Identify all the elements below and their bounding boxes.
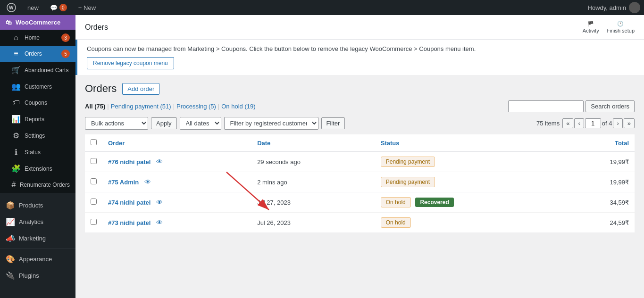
woocommerce-header[interactable]: 🛍 WooCommerce — [0, 15, 75, 30]
status-header: Status — [375, 134, 566, 152]
orders-icon: ≡ — [11, 50, 21, 58]
sidebar-item-extensions[interactable]: 🧩 Extensions — [0, 160, 75, 177]
order-eye-icon-1[interactable]: 👁 — [144, 178, 151, 186]
order-link-2[interactable]: #74 nidhi patel — [108, 199, 151, 206]
sidebar-item-plugins[interactable]: 🔌 Plugins — [0, 267, 75, 284]
next-page-button[interactable]: › — [613, 118, 622, 128]
site-name[interactable]: new — [25, 0, 42, 15]
sidebar-divider-2 — [0, 248, 75, 249]
items-count: 75 items — [536, 120, 560, 127]
order-eye-icon-2[interactable]: 👁 — [156, 199, 163, 206]
order-link-1[interactable]: #75 Admin — [108, 179, 139, 186]
order-eye-icon-0[interactable]: 👁 — [156, 158, 163, 166]
date-cell: 29 seconds ago — [251, 152, 375, 172]
date-cell: 2 mins ago — [251, 172, 375, 192]
order-eye-icon-3[interactable]: 👁 — [156, 219, 163, 226]
of-label: of 4 — [602, 120, 612, 127]
howdy-section: Howdy, admin — [588, 2, 640, 13]
activity-button[interactable]: 🏴 Activity — [583, 21, 599, 33]
filter-onhold[interactable]: On hold (19) — [221, 103, 255, 110]
customer-filter-select[interactable]: Filter by registered customer — [224, 117, 318, 130]
total-header[interactable]: Total — [566, 134, 635, 152]
current-page-input[interactable] — [585, 118, 601, 128]
finish-setup-button[interactable]: 🕐 Finish setup — [607, 21, 635, 33]
filter-processing[interactable]: Processing (5) — [176, 103, 216, 110]
row-checkbox-3[interactable] — [91, 219, 97, 225]
search-orders-input[interactable] — [508, 100, 584, 112]
table-row: #74 nidhi patel 👁 Jul 27, 2023 On hold R… — [85, 192, 635, 213]
woo-submenu: ⌂ Home 3 ≡ Orders 5 🛒 Abandoned Carts 👥 … — [0, 30, 75, 193]
sidebar-divider-1 — [0, 195, 75, 195]
filter-links: All (75) | Pending payment (51) | Proces… — [85, 100, 635, 112]
row-checkbox-1[interactable] — [91, 178, 97, 184]
cart-icon: 🛒 — [11, 66, 21, 74]
products-icon: 📦 — [6, 201, 15, 210]
prev-page-button[interactable]: ‹ — [574, 118, 584, 128]
admin-bar: W new 💬 0 + New Howdy, admin — [0, 0, 644, 15]
row-checkbox-0[interactable] — [91, 158, 97, 164]
orders-table: Order Date Status Total — [85, 134, 635, 233]
extensions-icon: 🧩 — [11, 164, 21, 173]
wp-logo-button[interactable]: W — [4, 0, 19, 15]
status-badge-0: Pending payment — [381, 157, 435, 167]
order-cell: #73 nidhi patel 👁 — [102, 213, 251, 233]
marketing-icon: 📣 — [6, 234, 15, 243]
order-link-0[interactable]: #76 nidhi patel — [108, 158, 151, 166]
plugins-icon: 🔌 — [6, 271, 15, 280]
coupons-icon: 🏷 — [11, 99, 21, 107]
remove-legacy-coupon-button[interactable]: Remove legacy coupon menu — [87, 57, 174, 69]
header-actions: 🏴 Activity 🕐 Finish setup — [583, 21, 635, 33]
sidebar-item-renumerate[interactable]: # Renumerate Orders — [0, 177, 75, 193]
total-cell-1: 19,99₹ — [566, 172, 635, 192]
sidebar-item-status[interactable]: ℹ Status — [0, 144, 75, 160]
date-cell: Jul 27, 2023 — [251, 192, 375, 213]
status-badge-3: On hold — [381, 217, 411, 228]
table-row: #76 nidhi patel 👁 29 seconds ago Pending… — [85, 152, 635, 172]
orders-table-wrapper: Order Date Status Total — [85, 134, 635, 233]
sidebar-item-marketing[interactable]: 📣 Marketing — [0, 230, 75, 247]
new-button[interactable]: + New — [75, 0, 99, 15]
bulk-actions-select[interactable]: Bulk actions Mark processing Mark on-hol… — [85, 117, 148, 130]
sidebar-item-home[interactable]: ⌂ Home 3 — [0, 30, 75, 46]
filter-all[interactable]: All (75) — [85, 103, 105, 110]
toolbar: Bulk actions Mark processing Mark on-hol… — [85, 117, 635, 130]
last-page-button[interactable]: » — [624, 118, 635, 128]
select-all-header — [85, 134, 102, 152]
svg-text:W: W — [9, 5, 14, 10]
sidebar-item-customers[interactable]: 👥 Customers — [0, 78, 75, 95]
orders-title-row: Orders Add order — [85, 83, 635, 95]
sidebar-item-reports[interactable]: 📊 Reports — [0, 111, 75, 127]
total-cell-0: 19,99₹ — [566, 152, 635, 172]
first-page-button[interactable]: « — [562, 118, 573, 128]
page-title: Orders — [85, 23, 108, 32]
date-header[interactable]: Date — [251, 134, 375, 152]
order-header[interactable]: Order — [102, 134, 251, 152]
sidebar-item-orders[interactable]: ≡ Orders 5 — [0, 46, 75, 62]
order-cell: #74 nidhi patel 👁 — [102, 192, 251, 213]
add-order-button[interactable]: Add order — [122, 83, 159, 95]
select-all-checkbox[interactable] — [91, 139, 97, 145]
finish-setup-icon: 🕐 — [617, 21, 624, 27]
filter-button[interactable]: Filter — [321, 117, 345, 129]
sidebar-item-products[interactable]: 📦 Products — [0, 197, 75, 214]
sidebar-item-appearance[interactable]: 🎨 Appearance — [0, 251, 75, 267]
filter-pending[interactable]: Pending payment (51) — [111, 103, 171, 110]
comments-button[interactable]: 💬 0 — [47, 0, 70, 15]
analytics-icon: 📈 — [6, 217, 15, 226]
sidebar-item-analytics[interactable]: 📈 Analytics — [0, 214, 75, 230]
sidebar-item-settings[interactable]: ⚙ Settings — [0, 127, 75, 144]
table-row: #75 Admin 👁 2 mins ago Pending payment 1… — [85, 172, 635, 192]
sidebar-item-coupons[interactable]: 🏷 Coupons — [0, 95, 75, 111]
main-content: Orders 🏴 Activity 🕐 Finish setup Coupons… — [75, 15, 644, 298]
status-cell: Pending payment — [375, 172, 566, 192]
apply-button[interactable]: Apply — [151, 117, 177, 129]
all-dates-select[interactable]: All dates — [180, 117, 221, 130]
order-link-3[interactable]: #73 nidhi patel — [108, 219, 151, 226]
row-checkbox-cell — [85, 172, 102, 192]
content-header: Orders 🏴 Activity 🕐 Finish setup — [75, 15, 644, 40]
row-checkbox-2[interactable] — [91, 199, 97, 205]
search-orders-button[interactable]: Search orders — [585, 100, 635, 112]
reports-icon: 📊 — [11, 115, 21, 124]
status-icon: ℹ — [11, 148, 21, 157]
sidebar-item-abandoned-carts[interactable]: 🛒 Abandoned Carts — [0, 62, 75, 78]
